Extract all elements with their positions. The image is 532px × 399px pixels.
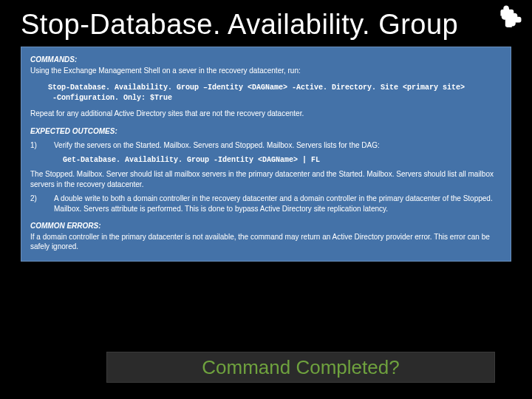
commands-repeat: Repeat for any additional Active Directo… [30,109,502,119]
commands-heading: COMMANDS: [30,55,502,65]
errors-text: If a domain controller in the primary da… [30,232,502,252]
slide: Stop-Database. Availability. Group COMMA… [0,0,532,399]
expected-item-1-after: The Stopped. Mailbox. Server should list… [30,169,502,189]
footer-text: Command Completed? [202,356,399,379]
list-number: 1) [30,140,41,151]
errors-heading: COMMON ERRORS: [30,221,502,231]
commands-code: Stop-Database. Availability. Group –Iden… [30,77,502,109]
page-title: Stop-Database. Availability. Group [21,9,511,41]
list-body: A double write to both a domain controll… [54,194,502,214]
content-panel: COMMANDS: Using the Exchange Management … [21,47,511,262]
commands-intro: Using the Exchange Management Shell on a… [30,66,502,76]
list-body: Verify the servers on the Started. Mailb… [54,140,502,151]
expected-heading: EXPECTED OUTCOMES: [30,126,502,137]
list-number: 2) [30,194,41,214]
footer-bar: Command Completed? [106,352,495,383]
puzzle-icon [499,4,525,30]
expected-item-1-code: Get-Database. Availability. Group -Ident… [30,151,502,170]
expected-item-2: 2) A double write to both a domain contr… [30,194,502,214]
expected-item-1: 1) Verify the servers on the Started. Ma… [30,140,502,151]
